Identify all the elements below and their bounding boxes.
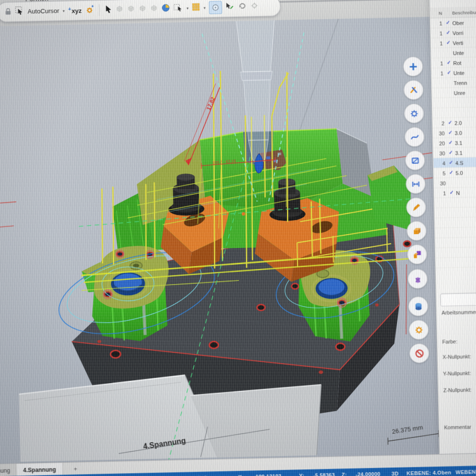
color-label: Farbe: xyxy=(442,338,457,344)
level-row[interactable]: 1✓Verti xyxy=(431,37,476,48)
column-name[interactable]: Beschreibung xyxy=(452,9,476,15)
window-selection-icon[interactable] xyxy=(174,3,183,13)
status-segment[interactable]: Y: xyxy=(299,473,304,476)
status-segment[interactable]: -199.12193 xyxy=(254,473,282,476)
level-row-empty xyxy=(435,217,476,228)
level-row[interactable]: 30✓3.1 xyxy=(433,147,476,158)
level-row-empty xyxy=(436,257,476,268)
edit-cursor-icon[interactable] xyxy=(226,2,235,12)
level-row[interactable]: 20✓3.1 xyxy=(433,137,476,148)
xyz-fast-point-button[interactable]: +xyz xyxy=(68,6,82,15)
level-row[interactable]: 30 xyxy=(434,177,476,188)
level-row[interactable]: Unte xyxy=(431,47,476,58)
level-name-input[interactable] xyxy=(440,292,476,307)
levels-table-header: N Beschreibung xyxy=(430,7,476,18)
status-segment[interactable]: 3D xyxy=(392,470,399,476)
level-row[interactable]: 2✓2.0 xyxy=(432,117,476,128)
status-segment[interactable]: WEBENE xyxy=(456,469,476,476)
work-number-label: Arbeitsnummer xyxy=(442,309,476,316)
x-origin-label: X-Nullpunkt: xyxy=(443,353,471,360)
selection-arrow-icon[interactable] xyxy=(105,5,112,15)
shaded-sphere-icon[interactable] xyxy=(161,3,170,14)
autocursor-settings-gear-icon[interactable] xyxy=(85,5,94,16)
status-segment[interactable]: Z: xyxy=(342,472,347,476)
regenerate-icon[interactable] xyxy=(238,2,247,12)
column-number[interactable]: N xyxy=(430,10,444,16)
level-row[interactable]: 30✓3.0 xyxy=(433,127,476,138)
level-row-empty xyxy=(434,197,476,208)
level-row[interactable]: 1✓Vorri xyxy=(430,27,476,38)
comment-label: Kommentar xyxy=(444,424,471,431)
level-row-empty xyxy=(435,247,476,258)
level-row[interactable]: Unre xyxy=(432,87,476,98)
levels-panel-toolbar: ▾ ▾ xyxy=(434,0,474,3)
autocursor-dropdown-icon[interactable]: ▾ xyxy=(63,9,65,13)
monitor-photo: 17.82 100.7 - 63.18 4.Spannung 26.375 mm… xyxy=(0,0,476,476)
grid-snap-icon[interactable] xyxy=(192,3,200,13)
ghost-gear-icon[interactable] xyxy=(250,1,258,11)
level-row-empty xyxy=(435,237,476,248)
document-tab[interactable]: 4.Spannung xyxy=(17,463,63,476)
new-tab-button[interactable]: + xyxy=(63,462,88,475)
level-row[interactable]: 5✓5.0 xyxy=(434,167,476,178)
status-segment[interactable]: -24.00000 xyxy=(356,471,380,476)
status-segment[interactable]: KEBENE: 4.Oben xyxy=(407,469,451,476)
level-row[interactable] xyxy=(432,107,476,118)
ghost-cube-icon[interactable] xyxy=(139,4,147,14)
level-row[interactable]: 4✓4.S xyxy=(433,157,476,168)
autocursor-label[interactable]: AutoCursor xyxy=(28,8,60,15)
window-selection-dropdown-icon[interactable]: ▾ xyxy=(187,6,188,10)
grid-snap-dropdown-icon[interactable]: ▾ xyxy=(204,6,206,10)
add-level-button[interactable] xyxy=(434,0,441,1)
status-segment[interactable]: -5.58363 xyxy=(313,472,335,476)
document-tab[interactable]: nnung xyxy=(0,464,17,476)
level-row[interactable] xyxy=(432,97,476,108)
levels-table: N Beschreibung 1✓Ober1✓Vorri1✓VertiUnte1… xyxy=(430,7,476,268)
application-window: 17.82 100.7 - 63.18 4.Spannung 26.375 mm… xyxy=(0,0,476,476)
level-row[interactable]: 1✓Ober xyxy=(430,17,476,28)
level-row[interactable]: Trenn xyxy=(431,77,476,88)
search-icon[interactable] xyxy=(465,0,473,1)
ghost-cube-icon[interactable] xyxy=(150,4,158,14)
level-row[interactable]: 1✓Rot xyxy=(431,57,476,68)
level-row-empty xyxy=(434,207,476,218)
layers-icon[interactable] xyxy=(449,0,457,1)
level-row[interactable]: 1✓N xyxy=(434,187,476,198)
ghost-cube-icon[interactable] xyxy=(116,5,124,15)
levels-table-body: 1✓Ober1✓Vorri1✓VertiUnte1✓Rot1✓UnteTrenn… xyxy=(430,17,476,268)
y-origin-label: Y-Nullpunkt: xyxy=(443,370,471,377)
selection-marquee-icon[interactable] xyxy=(15,6,24,18)
lock-icon[interactable] xyxy=(4,7,11,17)
level-row-empty xyxy=(435,227,476,238)
z-origin-label: Z-Nullpunkt: xyxy=(443,387,472,393)
ghost-cube-icon[interactable] xyxy=(127,4,135,14)
toolbar-divider xyxy=(99,4,100,16)
status-segment[interactable]: X: xyxy=(238,474,244,476)
active-tool-button[interactable] xyxy=(209,1,222,14)
level-row[interactable]: 1✓Unte xyxy=(431,67,476,78)
